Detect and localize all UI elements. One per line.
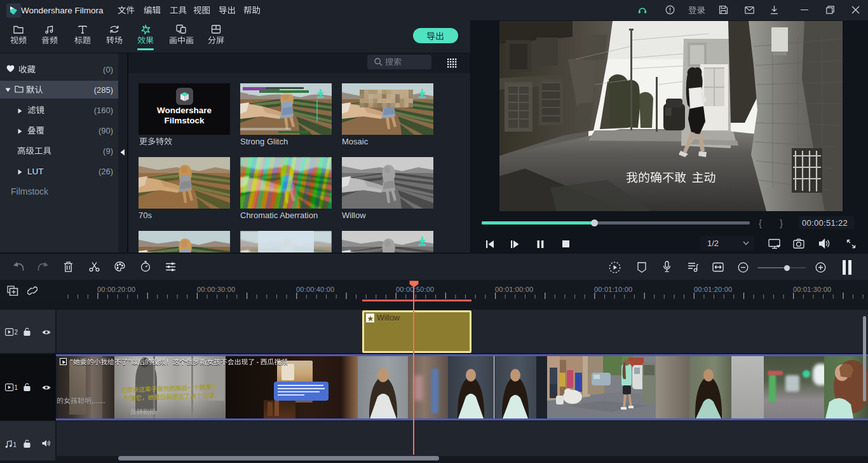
svg-text:1: 1 <box>13 441 17 448</box>
svg-text:2: 2 <box>15 329 18 336</box>
svg-text:1: 1 <box>15 384 18 391</box>
